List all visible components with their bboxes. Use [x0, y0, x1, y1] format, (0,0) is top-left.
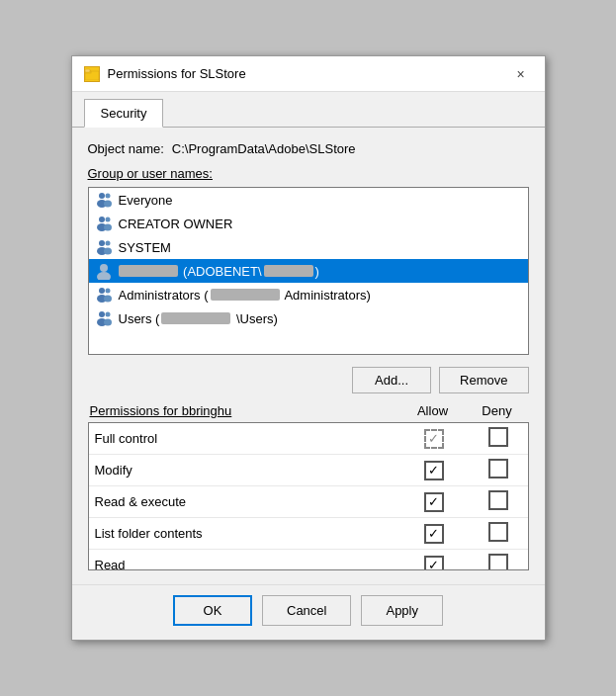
checkbox-allow-full-control[interactable]: [424, 429, 444, 449]
tab-bar: Security: [72, 92, 545, 128]
ok-button[interactable]: OK: [173, 595, 252, 626]
svg-point-17: [99, 288, 105, 294]
folder-icon: [84, 66, 100, 82]
title-bar: Permissions for SLStore ×: [72, 56, 545, 92]
perm-deny-read-execute[interactable]: [469, 486, 528, 518]
object-name-row: Object name: C:\ProgramData\Adobe\SLStor…: [88, 141, 529, 156]
perm-name-full-control: Full control: [89, 423, 399, 455]
permissions-allow-header: Allow: [398, 403, 468, 418]
object-name-label: Object name:: [88, 141, 164, 156]
permissions-for-label: Permissions for bbringhu: [90, 403, 398, 418]
checkbox-deny-read-execute[interactable]: [488, 490, 508, 510]
perm-name-modify: Modify: [89, 455, 399, 486]
users-icon-administrators: [95, 286, 113, 304]
group-section: Group or user names: Everyone: [88, 166, 529, 355]
checkbox-deny-full-control[interactable]: [488, 427, 508, 447]
svg-point-21: [99, 311, 105, 317]
table-row: Full control: [89, 423, 528, 455]
svg-rect-2: [85, 69, 90, 72]
permissions-deny-header: Deny: [468, 403, 527, 418]
dialog-title: Permissions for SLStore: [108, 66, 246, 81]
add-button[interactable]: Add...: [352, 367, 431, 393]
user-item-system[interactable]: SYSTEM: [89, 235, 528, 259]
users-icon-everyone: [95, 191, 113, 209]
perm-name-read-execute: Read & execute: [89, 486, 399, 518]
group-label: Group or user names:: [88, 166, 529, 181]
user-name-administrators: Administrators ( Administrators): [119, 288, 371, 303]
table-row: Modify: [89, 455, 528, 486]
perm-name-read: Read: [89, 550, 399, 571]
perm-allow-modify[interactable]: [399, 455, 469, 486]
users-list-box[interactable]: Everyone CREATOR OWNER: [88, 187, 529, 355]
perm-deny-modify[interactable]: [469, 455, 528, 486]
svg-point-6: [104, 201, 112, 208]
user-name-users: Users ( \Users): [119, 311, 278, 326]
user-name-system: SYSTEM: [119, 240, 171, 255]
table-row: Read & execute: [89, 486, 528, 518]
svg-point-7: [99, 217, 105, 222]
object-name-value: C:\ProgramData\Adobe\SLStore: [172, 141, 356, 156]
checkbox-allow-modify[interactable]: [424, 461, 444, 480]
perm-allow-read[interactable]: [399, 550, 469, 571]
user-name-creator-owner: CREATOR OWNER: [119, 217, 233, 231]
svg-point-3: [99, 193, 105, 199]
checkbox-allow-read-execute[interactable]: [424, 492, 444, 512]
permissions-table: Full control Modify: [89, 423, 528, 570]
title-bar-left: Permissions for SLStore: [84, 66, 246, 82]
users-icon-creator-owner: [95, 215, 113, 232]
permissions-section: Permissions for bbringhu Allow Deny Full…: [88, 403, 529, 570]
user-item-administrators[interactable]: Administrators ( Administrators): [89, 283, 528, 306]
svg-point-24: [104, 319, 112, 326]
checkbox-allow-read[interactable]: [424, 556, 444, 571]
user-name-everyone: Everyone: [119, 193, 173, 208]
svg-point-19: [105, 289, 110, 294]
remove-button[interactable]: Remove: [439, 367, 528, 393]
tab-security[interactable]: Security: [84, 99, 164, 128]
blurred-username: [119, 265, 178, 277]
svg-point-11: [99, 240, 105, 246]
svg-point-9: [105, 218, 110, 222]
users-icon-users: [95, 309, 113, 327]
add-remove-row: Add... Remove: [88, 367, 529, 393]
bottom-button-row: OK Cancel Apply: [72, 584, 545, 640]
checkbox-deny-read[interactable]: [488, 554, 508, 570]
perm-deny-read[interactable]: [469, 550, 528, 571]
svg-point-14: [104, 248, 112, 255]
close-button[interactable]: ×: [509, 62, 533, 86]
dialog-content: Object name: C:\ProgramData\Adobe\SLStor…: [72, 128, 545, 584]
perm-allow-read-execute[interactable]: [399, 486, 469, 518]
user-item-adobenet[interactable]: (ADOBENET\ ): [89, 259, 528, 283]
checkbox-deny-list-folder[interactable]: [488, 522, 508, 542]
cancel-button[interactable]: Cancel: [262, 595, 351, 626]
permissions-table-wrapper[interactable]: Full control Modify: [88, 422, 529, 570]
svg-point-13: [105, 241, 110, 246]
perm-allow-full-control[interactable]: [399, 423, 469, 455]
table-row: Read: [89, 550, 528, 571]
permissions-header-row: Permissions for bbringhu Allow Deny: [88, 403, 529, 418]
svg-point-20: [104, 296, 112, 303]
user-blurred-prefix: (ADOBENET\ ): [119, 264, 319, 279]
user-item-users[interactable]: Users ( \Users): [89, 306, 528, 330]
user-item-creator-owner[interactable]: CREATOR OWNER: [89, 212, 528, 235]
svg-point-23: [105, 312, 110, 317]
svg-point-15: [100, 264, 108, 272]
svg-point-10: [104, 224, 112, 231]
perm-allow-list-folder[interactable]: [399, 518, 469, 550]
checkbox-allow-list-folder[interactable]: [424, 524, 444, 544]
table-row: List folder contents: [89, 518, 528, 550]
blurred-domain: [264, 265, 313, 277]
svg-point-16: [97, 272, 111, 280]
perm-deny-list-folder[interactable]: [469, 518, 528, 550]
checkbox-deny-modify[interactable]: [488, 459, 508, 478]
svg-point-5: [105, 194, 110, 199]
permissions-dialog: Permissions for SLStore × Security Objec…: [71, 55, 546, 641]
users-icon-system: [95, 238, 113, 256]
users-icon-adobenet: [95, 262, 113, 280]
perm-deny-full-control[interactable]: [469, 423, 528, 455]
user-item-everyone[interactable]: Everyone: [89, 188, 528, 212]
apply-button[interactable]: Apply: [361, 595, 443, 626]
perm-name-list-folder: List folder contents: [89, 518, 399, 550]
